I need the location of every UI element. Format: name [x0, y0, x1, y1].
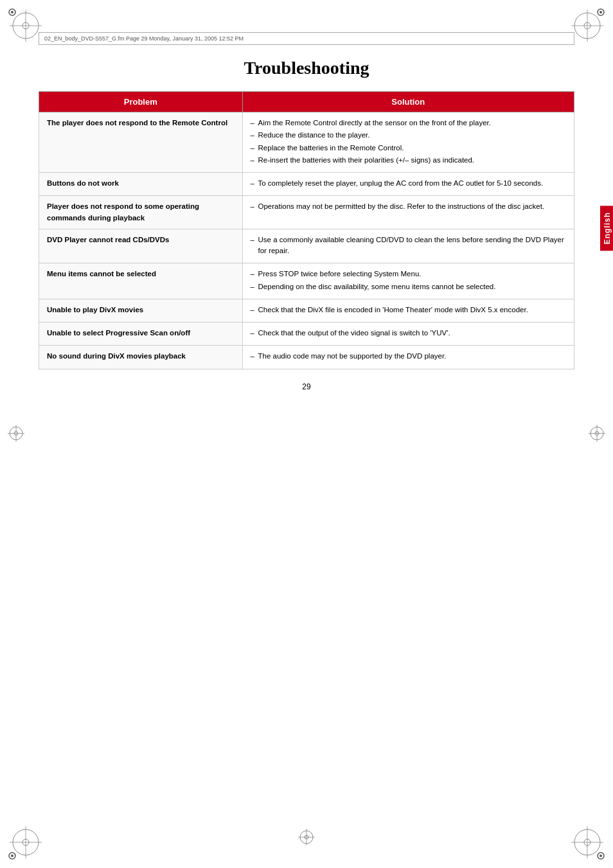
- problem-cell: Buttons do not work: [39, 173, 243, 196]
- corner-bl-decoration: [6, 823, 45, 862]
- troubleshoot-table: Problem Solution The player does not res…: [39, 91, 574, 369]
- solution-item: Re-insert the batteries with their polar…: [251, 155, 566, 166]
- table-row: The player does not respond to the Remot…: [39, 112, 574, 173]
- table-row: No sound during DivX movies playbackThe …: [39, 346, 574, 369]
- problem-cell: Unable to select Progressive Scan on/off: [39, 323, 243, 346]
- problem-cell: Menu items cannot be selected: [39, 263, 243, 299]
- file-info-bar: 02_EN_body_DVD-S557_G.fm Page 29 Monday,…: [39, 32, 574, 45]
- solution-item: Aim the Remote Control directly at the s…: [251, 118, 566, 128]
- table-row: Player does not respond to some operatin…: [39, 196, 574, 229]
- problem-cell: Player does not respond to some operatin…: [39, 196, 243, 229]
- solution-item: Depending on the disc availability, some…: [251, 281, 566, 292]
- solution-cell: To completely reset the player, unplug t…: [242, 173, 574, 196]
- solution-cell: Use a commonly available cleaning CD/DVD…: [242, 229, 574, 263]
- solution-column-header: Solution: [242, 92, 574, 112]
- solution-item: Check that the output of the video signa…: [251, 328, 566, 339]
- corner-tl-decoration: [6, 6, 45, 45]
- solution-cell: Operations may not be permitted by the d…: [242, 196, 574, 229]
- corner-br-decoration: [568, 823, 607, 862]
- language-tab: English: [600, 206, 613, 251]
- solution-cell: The audio code may not be supported by t…: [242, 346, 574, 369]
- solution-item: The audio code may not be supported by t…: [251, 351, 566, 362]
- left-mid-decoration: [6, 423, 26, 445]
- right-mid-decoration: [587, 423, 607, 445]
- problem-cell: No sound during DivX movies playback: [39, 346, 243, 369]
- solution-item: Reduce the distance to the player.: [251, 130, 566, 141]
- table-row: Unable to select Progressive Scan on/off…: [39, 323, 574, 346]
- corner-tr-decoration: [568, 6, 607, 45]
- svg-point-11: [600, 11, 602, 13]
- table-row: Menu items cannot be selectedPress STOP …: [39, 263, 574, 299]
- bottom-center-decoration: [297, 828, 316, 849]
- problem-cell: The player does not respond to the Remot…: [39, 112, 243, 173]
- problem-cell: Unable to play DivX movies: [39, 299, 243, 322]
- svg-point-23: [600, 855, 602, 857]
- table-row: Unable to play DivX moviesCheck that the…: [39, 299, 574, 322]
- solution-cell: Aim the Remote Control directly at the s…: [242, 112, 574, 173]
- problem-column-header: Problem: [39, 92, 243, 112]
- solution-item: Check that the DivX file is encoded in '…: [251, 305, 566, 315]
- solution-cell: Check that the DivX file is encoded in '…: [242, 299, 574, 322]
- table-row: DVD Player cannot read CDs/DVDsUse a com…: [39, 229, 574, 263]
- page-title: Troubleshooting: [39, 58, 574, 78]
- solution-item: Use a commonly available cleaning CD/DVD…: [251, 235, 566, 257]
- solution-cell: Check that the output of the video signa…: [242, 323, 574, 346]
- solution-cell: Press STOP twice before selecting System…: [242, 263, 574, 299]
- svg-point-5: [11, 11, 13, 13]
- solution-item: Operations may not be permitted by the d…: [251, 201, 566, 212]
- page-container: English 02_EN_body_DVD-S557_G.fm Page 29…: [0, 0, 613, 868]
- table-row: Buttons do not workTo completely reset t…: [39, 173, 574, 196]
- problem-cell: DVD Player cannot read CDs/DVDs: [39, 229, 243, 263]
- solution-item: To completely reset the player, unplug t…: [251, 178, 566, 189]
- solution-item: Replace the batteries in the Remote Cont…: [251, 143, 566, 154]
- solution-item: Press STOP twice before selecting System…: [251, 269, 566, 279]
- svg-point-17: [11, 855, 13, 857]
- page-number: 29: [39, 382, 574, 391]
